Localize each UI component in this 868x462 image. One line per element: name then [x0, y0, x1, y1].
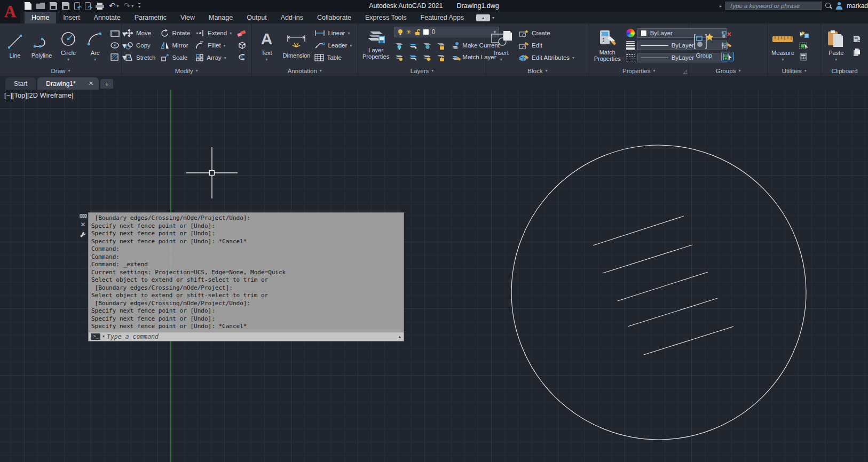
measure-button[interactable]: Measure ▾ — [771, 29, 794, 62]
panel-label-modify[interactable]: Modify▾ — [122, 66, 251, 76]
extend-button[interactable]: Extend▾ — [195, 28, 232, 38]
layer-properties-button[interactable]: LayerProperties — [361, 27, 390, 60]
undo-dropdown-icon[interactable]: ▾ — [117, 4, 119, 9]
file-tab-start[interactable]: Start — [5, 77, 36, 90]
username[interactable]: markad — [847, 2, 868, 10]
erase-button[interactable] — [237, 29, 247, 38]
scale-button[interactable]: Scale — [161, 52, 190, 63]
layer-isolate-button[interactable] — [408, 41, 422, 50]
arc-button[interactable]: Arc ▾ — [83, 29, 107, 62]
save-as-button[interactable]: ✎ — [62, 2, 69, 10]
panel-label-block[interactable]: Block▾ — [486, 66, 589, 76]
measure-dropdown-icon[interactable]: ▾ — [782, 57, 784, 62]
save-button[interactable] — [50, 2, 57, 10]
panel-label-utilities[interactable]: Utilities▾ — [768, 66, 820, 76]
layer-on-off-button[interactable] — [394, 52, 408, 62]
table-button[interactable]: Table — [314, 52, 352, 63]
text-dropdown-icon[interactable]: ▾ — [265, 57, 267, 62]
group-edit-button[interactable] — [721, 41, 734, 50]
command-history[interactable]: [Boundary edges/Crossing/mOde/Project/Un… — [88, 212, 404, 332]
tab-output[interactable]: Output — [240, 12, 274, 23]
tab-collaborate[interactable]: Collaborate — [310, 12, 358, 23]
copy-button[interactable]: Copy — [125, 40, 155, 51]
linear-dropdown-icon[interactable]: ▾ — [348, 31, 350, 36]
edit-attributes-dropdown-icon[interactable]: ▾ — [572, 55, 574, 60]
insert-dropdown-icon[interactable]: ▾ — [500, 57, 502, 62]
array-button[interactable]: Array▾ — [195, 52, 232, 63]
line-button[interactable]: Line — [3, 32, 27, 59]
dimension-button[interactable]: Dimension — [283, 32, 311, 59]
rotate-button[interactable]: Rotate — [161, 28, 190, 38]
move-button[interactable]: Move — [125, 28, 155, 38]
quick-select-button[interactable] — [799, 29, 809, 39]
ungroup-button[interactable] — [721, 29, 734, 39]
fillet-button[interactable]: Fillet▾ — [195, 40, 232, 51]
save-to-web-button[interactable]: ↷ — [85, 2, 91, 10]
tab-insert[interactable]: Insert — [56, 12, 86, 23]
ribbon-collapse-button[interactable]: ▴ — [476, 14, 490, 21]
search-input[interactable] — [725, 2, 822, 10]
edit-attributes-button[interactable]: Edit Attributes▾ — [518, 52, 574, 63]
layer-unlock-button[interactable] — [436, 52, 450, 62]
panel-label-clipboard[interactable]: Clipboard — [821, 66, 868, 76]
explode-button[interactable] — [237, 41, 247, 50]
panel-label-groups[interactable]: Groups▾ — [689, 66, 768, 76]
application-menu-button[interactable]: A — [0, 0, 20, 23]
tab-express-tools[interactable]: Express Tools — [358, 12, 414, 23]
id-point-button[interactable] — [799, 41, 809, 50]
block-create-button[interactable]: Create — [518, 28, 574, 38]
tab-home[interactable]: Home — [25, 12, 56, 23]
cut-button[interactable]: ✂ — [853, 34, 862, 44]
new-button[interactable] — [25, 2, 31, 10]
search-icon[interactable] — [825, 3, 832, 9]
mirror-button[interactable]: Mirror — [161, 40, 190, 51]
array-dropdown-icon[interactable]: ▾ — [224, 55, 226, 60]
panel-label-draw[interactable]: Draw▾ — [0, 66, 121, 76]
command-window-customize-wrench-icon[interactable] — [80, 231, 86, 238]
circle-button[interactable]: Circle ▾ — [57, 29, 80, 62]
text-button[interactable]: A Text ▾ — [255, 29, 279, 62]
customize-quick-access-button[interactable]: ▾ — [138, 3, 140, 9]
fillet-dropdown-icon[interactable]: ▾ — [224, 43, 226, 48]
panel-label-properties[interactable]: Properties▾ — [589, 66, 689, 76]
model-space-canvas[interactable]: [−][Top][2D Wireframe] ✕ [Boundary edges… — [0, 90, 868, 462]
arc-dropdown-icon[interactable]: ▾ — [94, 57, 96, 62]
tab-add-ins[interactable]: Add-ins — [274, 12, 310, 23]
layer-thaw-all-button[interactable] — [422, 52, 436, 62]
match-properties-button[interactable]: MatchProperties — [593, 29, 622, 62]
open-button[interactable] — [36, 3, 45, 9]
file-tab-drawing1[interactable]: Drawing1* ✕ — [37, 77, 99, 90]
paste-button[interactable]: Paste ▾ — [824, 29, 848, 62]
user-avatar-icon[interactable] — [835, 2, 843, 10]
properties-dialog-launcher-icon[interactable]: ◿ — [683, 69, 687, 74]
tab-annotate[interactable]: Annotate — [87, 12, 128, 23]
tab-featured-apps[interactable]: Featured Apps — [414, 12, 471, 23]
recent-commands-icon[interactable]: ▾ — [102, 334, 105, 339]
command-window-drag-handle[interactable] — [80, 214, 87, 218]
extend-dropdown-icon[interactable]: ▾ — [230, 31, 232, 36]
tab-parametric[interactable]: Parametric — [128, 12, 173, 23]
new-drawing-tab-button[interactable]: + — [100, 79, 113, 89]
tab-manage[interactable]: Manage — [202, 12, 240, 23]
command-expand-icon[interactable]: ▴ — [398, 334, 401, 339]
search-expand-icon[interactable]: ▸ — [720, 4, 722, 9]
plot-button[interactable] — [96, 3, 104, 10]
panel-label-annotation[interactable]: Annotation▾ — [252, 66, 358, 76]
quick-calculator-button[interactable] — [799, 52, 809, 61]
command-input[interactable] — [107, 333, 396, 340]
leader-button[interactable]: Leader▾ — [314, 40, 352, 51]
offset-button[interactable] — [237, 52, 247, 62]
panel-label-layers[interactable]: Layers▾ — [358, 66, 486, 76]
ribbon-collapse-options-icon[interactable]: ▾ — [492, 15, 494, 20]
circle-dropdown-icon[interactable]: ▾ — [67, 57, 69, 62]
leader-dropdown-icon[interactable]: ▾ — [350, 43, 352, 48]
polyline-button[interactable]: Polyline — [30, 32, 53, 59]
command-window-close-icon[interactable]: ✕ — [80, 222, 85, 227]
file-tab-close-icon[interactable]: ✕ — [81, 80, 93, 87]
layer-off-button[interactable] — [394, 41, 408, 50]
undo-button[interactable]: ↶▾ — [109, 3, 119, 9]
tab-view[interactable]: View — [173, 12, 202, 23]
redo-button[interactable]: ↷▾ — [124, 3, 134, 9]
layer-freeze-button[interactable] — [422, 41, 436, 50]
layer-match-button[interactable] — [408, 52, 422, 62]
